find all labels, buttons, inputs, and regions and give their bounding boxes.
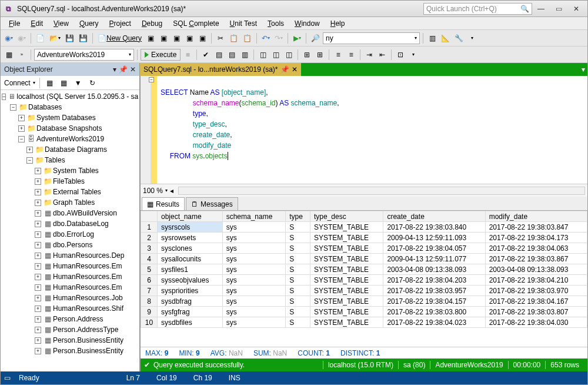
col-header[interactable]: type <box>286 211 310 222</box>
search-icon[interactable]: 🔎 <box>309 32 322 45</box>
menu-view[interactable]: View <box>49 18 74 29</box>
tb-icon[interactable]: 📐 <box>439 32 452 45</box>
cell[interactable]: S <box>286 286 310 296</box>
cut-button[interactable]: ✂ <box>215 32 226 45</box>
table-row[interactable]: 6sysseobjvaluessysSSYSTEM_TABLE2017-08-2… <box>141 275 587 286</box>
collapse-toggle[interactable]: − <box>149 77 154 82</box>
expand-toggle[interactable]: + <box>35 210 41 217</box>
refresh-icon[interactable]: ↻ <box>86 77 98 89</box>
menu-tools[interactable]: Tools <box>263 18 289 29</box>
redo-button[interactable]: ↷▾ <box>273 32 285 45</box>
expand-toggle[interactable]: + <box>35 327 41 333</box>
cell[interactable]: 2003-04-08 09:13:38.093 <box>383 264 485 275</box>
find-input[interactable]: ny▾ <box>323 32 420 44</box>
scroll-left-icon[interactable]: ◂ <box>170 187 173 195</box>
tree-item[interactable]: External Tables <box>53 188 101 196</box>
back-button[interactable]: ◉▾ <box>3 32 15 45</box>
tree-table[interactable]: dbo.AWBuildVersion <box>53 209 117 217</box>
menu-query[interactable]: Query <box>75 18 103 29</box>
expand-toggle[interactable]: + <box>35 306 41 312</box>
nq-icon[interactable]: ▣ <box>158 32 169 45</box>
cell[interactable]: S <box>286 317 310 328</box>
expand-toggle[interactable]: + <box>35 178 41 185</box>
expand-toggle[interactable]: − <box>26 157 33 164</box>
table-row[interactable]: 2sysrowsetssysSSYSTEM_TABLE2009-04-13 12… <box>141 233 587 243</box>
overflow-icon[interactable]: ▾ <box>407 48 419 61</box>
tree-server[interactable]: localhost (SQL Server 15.0.2095.3 - sa <box>16 92 138 101</box>
expand-toggle[interactable]: + <box>35 221 41 227</box>
nq-icon[interactable]: ▣ <box>145 32 156 45</box>
tree-table[interactable]: HumanResources.Dep <box>53 251 124 260</box>
cell[interactable]: SYSTEM_TABLE <box>310 243 383 254</box>
expand-toggle[interactable]: + <box>35 348 41 354</box>
tree-table[interactable]: HumanResources.Job <box>53 294 123 302</box>
comment-icon[interactable]: ⇥ <box>363 48 375 61</box>
col-header[interactable]: type_desc <box>310 211 383 222</box>
table-row[interactable]: 4sysallocunitssysSSYSTEM_TABLE2009-04-13… <box>141 254 587 264</box>
new-query-button[interactable]: 📄 New Query <box>96 32 143 45</box>
cell[interactable]: 2017-08-22 19:38:04.157 <box>383 296 485 307</box>
cell[interactable]: SYSTEM_TABLE <box>310 317 383 328</box>
tree-db[interactable]: AdventureWorks2019 <box>36 135 104 143</box>
oe-icon[interactable]: ▦ <box>58 77 70 89</box>
cell[interactable]: sys <box>222 243 286 254</box>
outdent-icon[interactable]: ≡ <box>345 48 357 61</box>
cell[interactable]: sys <box>222 254 286 264</box>
cell[interactable]: sys <box>222 275 286 286</box>
tb2-icon[interactable]: ▦ <box>3 48 15 61</box>
document-tab[interactable]: SQLQuery7.sql - lo...ntureWorks2019 (sa)… <box>140 63 301 76</box>
cell[interactable]: sys <box>222 233 286 243</box>
cell[interactable]: sysdbfiles <box>158 317 223 328</box>
table-row[interactable]: 5sysfiles1sysSSYSTEM_TABLE2003-04-08 09:… <box>141 264 587 275</box>
cell[interactable]: S <box>286 254 310 264</box>
database-combo[interactable]: AdventureWorks2019 ▾ <box>34 49 134 61</box>
tree-item[interactable]: Graph Tables <box>53 198 95 207</box>
cell[interactable]: 2017-08-22 19:38:03.970 <box>485 286 587 296</box>
chevron-down-icon[interactable]: ▾ <box>33 80 35 85</box>
cell[interactable]: 2017-08-22 19:38:03.957 <box>383 286 485 296</box>
expand-toggle[interactable]: + <box>35 253 41 259</box>
sql-editor[interactable]: SELECT Name AS [object_name], schema_nam… <box>141 76 587 184</box>
tree-item[interactable]: Database Snapshots <box>36 124 102 132</box>
cell[interactable]: SYSTEM_TABLE <box>310 307 383 317</box>
expand-toggle[interactable]: + <box>35 337 41 344</box>
execute-button[interactable]: Execute <box>141 49 181 61</box>
new-doc-icon[interactable]: 📄 <box>34 32 46 45</box>
cell[interactable]: sysrscols <box>158 222 223 233</box>
cell[interactable]: sysseobjvalues <box>158 275 223 286</box>
tb-icon[interactable]: ▥ <box>426 32 438 45</box>
cell[interactable]: 2017-08-22 19:38:03.800 <box>383 307 485 317</box>
col-header[interactable]: modify_date <box>485 211 587 222</box>
tb2-icon[interactable]: ◫ <box>257 48 269 61</box>
col-header[interactable]: object_name <box>158 211 223 222</box>
pin-icon[interactable]: 📌 <box>119 65 128 74</box>
close-button[interactable]: ✕ <box>567 2 585 15</box>
expand-toggle[interactable]: + <box>35 295 41 301</box>
tree-databases[interactable]: Databases <box>28 103 62 111</box>
cell[interactable]: 2017-08-22 19:38:03.847 <box>485 222 587 233</box>
cell[interactable]: 2017-08-22 19:38:04.057 <box>383 243 485 254</box>
nq-icon[interactable]: ▣ <box>196 32 208 45</box>
connect-button[interactable]: Connect <box>4 79 31 87</box>
nq-icon[interactable]: ▣ <box>171 32 182 45</box>
zoom-value[interactable]: 100 % <box>143 187 163 195</box>
cell[interactable]: 2017-08-22 19:38:04.063 <box>485 243 587 254</box>
cell[interactable]: S <box>286 296 310 307</box>
table-row[interactable]: 8sysdbfragsysSSYSTEM_TABLE2017-08-22 19:… <box>141 296 587 307</box>
cell[interactable]: 2017-08-22 19:38:04.210 <box>485 275 587 286</box>
tree-table[interactable]: HumanResources.Shif <box>53 304 123 313</box>
tree-item[interactable]: Tables <box>45 156 65 164</box>
quick-launch-input[interactable]: Quick Launch (Ctrl+Q) 🔍 <box>423 3 532 15</box>
cell[interactable]: sys <box>222 317 286 328</box>
cell[interactable]: sysrowsets <box>158 233 223 243</box>
table-row[interactable]: 7sysprioritiessysSSYSTEM_TABLE2017-08-22… <box>141 286 587 296</box>
cell[interactable]: sysfgfrag <box>158 307 223 317</box>
chev-icon[interactable]: » <box>16 48 28 61</box>
col-header[interactable]: schema_name <box>222 211 286 222</box>
menu-project[interactable]: Project <box>105 18 136 29</box>
cell[interactable]: S <box>286 233 310 243</box>
expand-toggle[interactable]: + <box>18 115 25 121</box>
cell[interactable]: sysfiles1 <box>158 264 223 275</box>
cell[interactable]: SYSTEM_TABLE <box>310 254 383 264</box>
cell[interactable]: 2017-08-22 19:38:03.807 <box>485 307 587 317</box>
